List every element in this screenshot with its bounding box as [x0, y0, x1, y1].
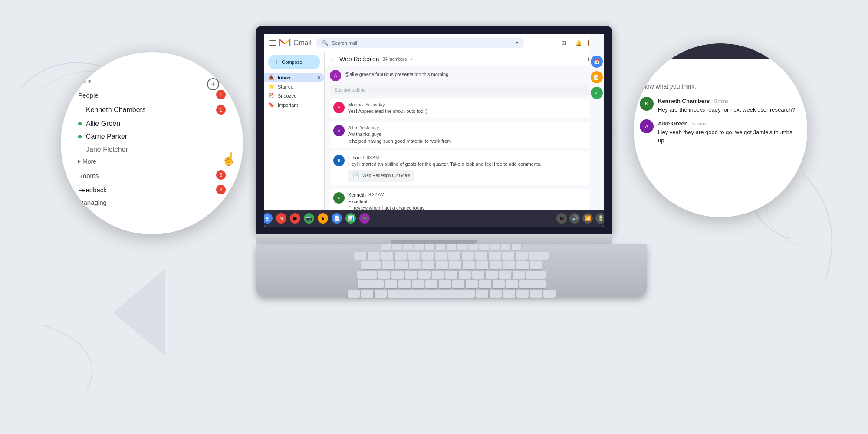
notifications-icon[interactable]: 🔔 [573, 37, 584, 49]
message-row-truncated: A @allie greene fabulous presentation th… [330, 70, 599, 81]
msg-name-ethan: Ethan [348, 155, 361, 160]
key-k [472, 271, 484, 279]
taskbar-sheets[interactable]: 📊 [345, 213, 356, 224]
rp-tasks-icon[interactable]: 📝 [591, 71, 603, 83]
chat-expand-icon[interactable]: ⊞ [787, 48, 792, 55]
key-v [425, 280, 437, 288]
person-row-carrie[interactable]: Carrie Parker [78, 130, 226, 143]
rp-calendar-icon[interactable]: 📅 [591, 56, 603, 68]
taskbar-battery-icon[interactable]: 🔋 [595, 213, 604, 224]
msg-text-allie: Aw thanks guysIt helped having such good… [348, 131, 595, 145]
zoom-circle-right: e Green — ⊞ ✕ Active ⋮ know what you thi… [634, 43, 807, 217]
snoozed-label: Snoozed [278, 93, 296, 99]
sidebar-item-starred[interactable]: ⭐ Starred [264, 82, 324, 91]
taskbar-gmail[interactable]: M [276, 213, 286, 224]
avatar-martha: M [333, 102, 345, 113]
chat-body-allie: Allie Green 5 mins Hey yeah they are goo… [658, 119, 801, 145]
person-row-kenneth[interactable]: Kenneth Chambers 1 [78, 102, 226, 117]
taskbar-wifi-icon[interactable]: 📶 [582, 213, 593, 224]
key-alt-r [476, 290, 488, 298]
keyboard-row-3 [282, 261, 621, 269]
taskbar-settings-icon[interactable]: ⚙ [556, 213, 567, 224]
msg-time-allie: Yesterday [360, 125, 379, 130]
taskbar-docs[interactable]: 📄 [332, 213, 342, 224]
taskbar-drive[interactable]: ▲ [318, 213, 328, 224]
chat-close-icon[interactable]: ✕ [796, 48, 801, 55]
gmail-main: + Compose 📥 Inbox 8 ⭐ Starred [264, 52, 604, 227]
person-row-allie[interactable]: Allie Green [78, 117, 226, 130]
key-arrow-right [543, 290, 556, 298]
taskbar-photos[interactable]: 📷 [304, 213, 314, 224]
messages-area: A @allie greene fabulous presentation th… [325, 66, 604, 227]
minimize-icon[interactable]: — [580, 56, 585, 62]
compose-label: Compose [282, 59, 302, 65]
rp-check-icon[interactable]: ✓ [591, 87, 603, 99]
reply-label: Reply [645, 207, 659, 214]
sidebar-item-snoozed[interactable]: ⏰ Snoozed [264, 91, 324, 100]
message-row-allie: A Allie Yesterday Aw thanks guysIt helpe… [333, 125, 595, 145]
person-row-jane[interactable]: Jane Fletcher [78, 143, 226, 156]
key-ctrl-r [490, 290, 502, 298]
thread-dropdown-icon[interactable]: ▾ [410, 57, 412, 62]
starred-label: Starred [278, 84, 293, 89]
taskbar-stadia[interactable]: 🎮 [359, 213, 370, 224]
key-t [436, 261, 448, 269]
chat-reply-button[interactable]: + Reply [634, 204, 807, 217]
msg-time-ethan: 9:03 AM [363, 155, 379, 160]
more-row[interactable]: More [78, 156, 226, 167]
message-row-martha: M Martha Yesterday Yes! Appreciated the … [333, 102, 595, 115]
key-j [459, 271, 471, 279]
key-q [382, 261, 394, 269]
gmail-title-text: Gmail [293, 39, 312, 47]
compose-button[interactable]: + Compose [268, 55, 320, 69]
sidebar-add-button[interactable]: + [207, 78, 219, 90]
kenneth-dot [78, 108, 82, 112]
sidebar-item-inbox[interactable]: 📥 Inbox 8 [264, 73, 324, 82]
room-name-managing: Managing [78, 199, 226, 206]
key-w [395, 261, 408, 269]
msg-attachment-ethan[interactable]: 📄 Web Redesign Q2 Goals [348, 170, 414, 182]
msg-time-kenneth: 9:22 AM [368, 192, 385, 197]
thread-members: 34 members [383, 57, 407, 62]
zoom-circle-left: cts People 1 Kenneth Chambers 1 Allie Gr… [61, 52, 243, 234]
screen-inner: Gmail 🔍 Search mail ▾ ⊞ 🔔 A [264, 34, 604, 227]
chat-avatar-allie: A [640, 119, 654, 133]
msg-name-martha: Martha [348, 102, 363, 107]
kenneth-name: Kenneth Chambers [86, 106, 212, 114]
chat-header: e Green — ⊞ ✕ [634, 43, 807, 59]
key-f [418, 271, 431, 279]
more-triangle-icon [78, 160, 81, 163]
chat-minimize-icon[interactable]: — [778, 48, 784, 55]
hamburger-menu[interactable] [269, 40, 276, 46]
star-icon: ⭐ [268, 84, 274, 89]
room-row-managing[interactable]: Managing [78, 197, 226, 208]
active-status-text: Active [646, 64, 660, 70]
room-row-feedback[interactable]: Feedback 3 [78, 183, 226, 197]
taskbar-youtube[interactable]: ▶ [290, 213, 300, 224]
key-quote [513, 271, 525, 279]
inbox-icon: 📥 [268, 75, 274, 80]
chat-window-controls: — ⊞ ✕ [778, 48, 801, 55]
key-p [503, 261, 515, 269]
chat-text-kenneth: Hey are the mocks ready for next week us… [658, 105, 801, 114]
chat-name-kenneth: Kenneth Chambers [658, 98, 710, 104]
room-name-feedback: Feedback [78, 186, 216, 194]
back-arrow-icon[interactable]: ← [330, 56, 336, 62]
chat-more-icon[interactable]: ⋮ [793, 62, 801, 72]
sidebar-item-important[interactable]: 🔖 Important [264, 100, 324, 109]
active-status-dot [640, 66, 643, 69]
apps-icon[interactable]: ⊞ [558, 37, 569, 49]
key-arrow-down [530, 290, 542, 298]
gmail-search-bar[interactable]: 🔍 Search mail ▾ [316, 38, 524, 48]
taskbar-chrome[interactable] [264, 213, 273, 224]
msg-header-kenneth: Kenneth 9:22 AM [348, 192, 595, 197]
jane-dot [78, 148, 82, 151]
key-alt [375, 290, 387, 298]
key-g [432, 271, 444, 279]
avatar-allie: A [333, 125, 345, 136]
key-1 [368, 252, 380, 260]
say-something-input-1[interactable]: Say something [330, 85, 599, 95]
taskbar-volume-icon[interactable]: 🔊 [569, 213, 580, 224]
taskbar-right-icons: ⚙ 🔊 📶 🔋 [556, 213, 604, 224]
msg-time-martha: Yesterday [365, 102, 385, 107]
